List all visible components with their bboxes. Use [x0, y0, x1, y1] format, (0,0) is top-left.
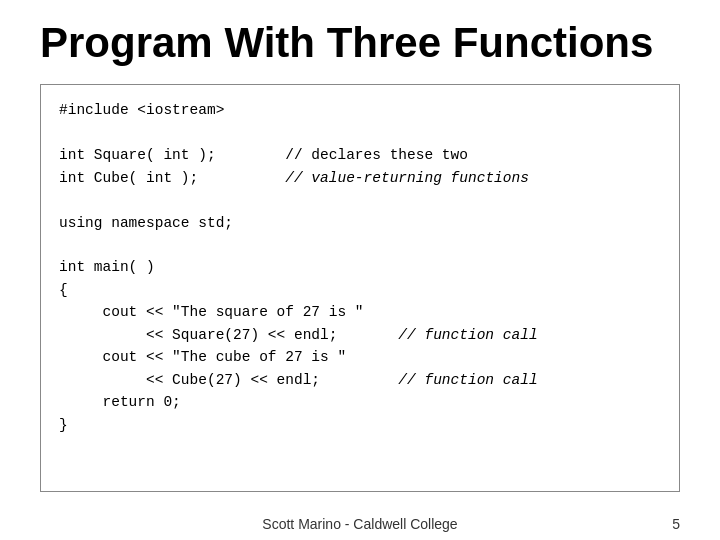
code-line-9: {	[59, 282, 68, 298]
code-line-10: cout << "The square of 27 is "	[59, 304, 364, 320]
code-line-6: using namespace std;	[59, 215, 233, 231]
footer-number: 5	[672, 516, 680, 532]
slide-container: Program With Three Functions #include <i…	[0, 0, 720, 502]
code-line-1: #include <iostream>	[59, 102, 224, 118]
code-line-4: int Cube( int ); // value-returning func…	[59, 170, 529, 186]
code-line-11: << Square(27) << endl; // function call	[59, 327, 538, 343]
code-line-12: cout << "The cube of 27 is "	[59, 349, 346, 365]
footer: Scott Marino - Caldwell College 5	[0, 508, 720, 540]
code-line-15: }	[59, 417, 68, 433]
footer-text: Scott Marino - Caldwell College	[262, 516, 457, 532]
code-line-3: int Square( int ); // declares these two	[59, 147, 468, 163]
slide-title: Program With Three Functions	[40, 20, 680, 66]
code-line-8: int main( )	[59, 259, 155, 275]
code-line-14: return 0;	[59, 394, 181, 410]
code-line-13: << Cube(27) << endl; // function call	[59, 372, 538, 388]
code-block: #include <iostream> int Square( int ); /…	[40, 84, 680, 492]
